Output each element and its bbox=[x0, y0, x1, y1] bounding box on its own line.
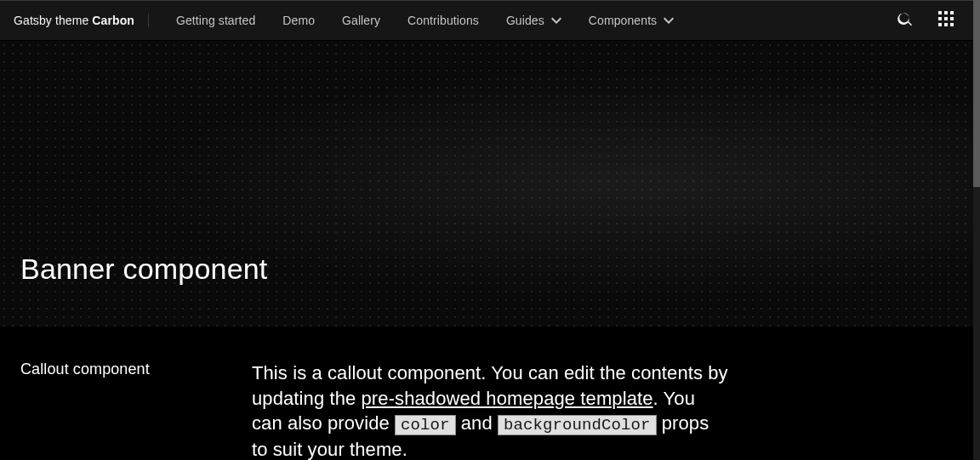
svg-rect-3 bbox=[938, 17, 942, 20]
nav-label: Contributions bbox=[407, 14, 479, 27]
app-switcher-icon bbox=[938, 11, 954, 30]
callout-link[interactable]: pre-shadowed homepage template bbox=[362, 388, 653, 409]
search-button[interactable] bbox=[885, 0, 926, 41]
callout-body: This is a callout component. You can edi… bbox=[252, 361, 728, 460]
chevron-down-icon bbox=[551, 15, 561, 26]
nav-label: Guides bbox=[506, 14, 544, 27]
scrollbar-thumb[interactable] bbox=[973, 0, 980, 187]
app-switcher-button[interactable] bbox=[926, 0, 966, 41]
svg-rect-5 bbox=[950, 17, 954, 20]
banner: Banner component bbox=[0, 41, 980, 327]
nav-item-contributions[interactable]: Contributions bbox=[394, 0, 493, 41]
banner-title: Banner component bbox=[20, 253, 268, 286]
header-actions bbox=[885, 0, 966, 41]
site-header: Gatsby theme Carbon Getting started Demo… bbox=[0, 0, 980, 41]
brand-prefix: Gatsby theme bbox=[14, 14, 92, 27]
site-brand[interactable]: Gatsby theme Carbon bbox=[14, 14, 149, 27]
svg-rect-0 bbox=[938, 11, 942, 14]
nav-item-getting-started[interactable]: Getting started bbox=[162, 0, 269, 41]
svg-rect-6 bbox=[938, 23, 942, 26]
scrollbar-track[interactable] bbox=[973, 0, 980, 460]
callout-text: and bbox=[456, 412, 498, 434]
nav-label: Components bbox=[589, 14, 657, 27]
main-nav: Getting started Demo Gallery Contributio… bbox=[162, 0, 687, 41]
callout-section: Callout component This is a callout comp… bbox=[0, 327, 980, 460]
nav-item-demo[interactable]: Demo bbox=[269, 0, 328, 41]
code-token: color bbox=[395, 415, 456, 435]
nav-label: Gallery bbox=[342, 14, 380, 27]
nav-item-components[interactable]: Components bbox=[575, 0, 687, 41]
nav-item-guides[interactable]: Guides bbox=[493, 0, 575, 41]
nav-label: Demo bbox=[282, 14, 315, 27]
svg-rect-8 bbox=[950, 23, 954, 26]
callout-title: Callout component bbox=[20, 361, 252, 460]
svg-rect-7 bbox=[944, 23, 948, 26]
svg-rect-1 bbox=[944, 11, 948, 14]
nav-item-gallery[interactable]: Gallery bbox=[328, 0, 394, 41]
brand-name: Carbon bbox=[92, 14, 134, 27]
search-icon bbox=[897, 11, 913, 30]
nav-label: Getting started bbox=[176, 14, 255, 27]
chevron-down-icon bbox=[664, 15, 674, 26]
code-token: backgroundColor bbox=[498, 415, 657, 435]
svg-rect-4 bbox=[944, 17, 948, 20]
svg-rect-2 bbox=[950, 11, 954, 14]
